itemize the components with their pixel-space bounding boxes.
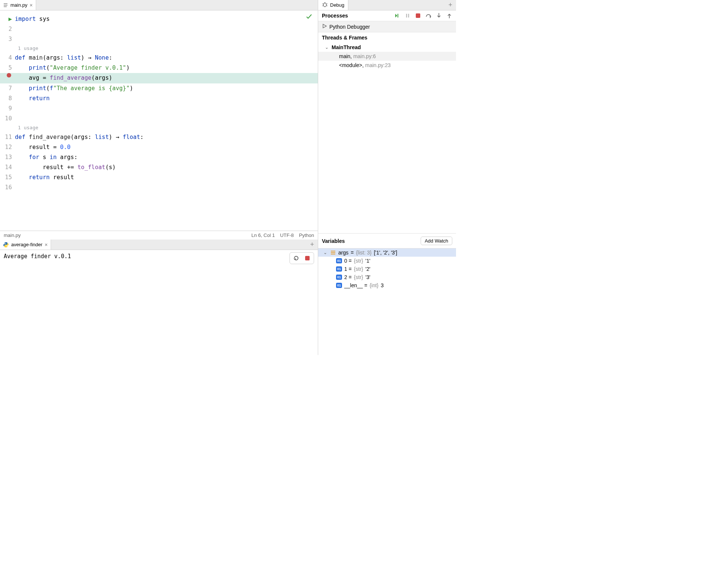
code-token: args: [57,154,77,161]
var-eq: = [351,250,354,256]
step-out-icon[interactable] [446,13,452,19]
svg-line-9 [326,4,327,4]
code-token: None [95,54,109,61]
svg-point-6 [323,3,326,7]
code-token: return [29,174,50,181]
usage-hint[interactable]: 1 usage [0,44,318,53]
code-token: to_float [77,164,105,171]
chevron-down-icon[interactable]: ⌄ [323,250,328,255]
file-icon [3,3,8,8]
var-value: '2' [365,266,370,272]
resume-icon[interactable] [394,13,400,19]
code-token: list [67,54,81,61]
svg-point-4 [7,246,7,247]
code-token: return [29,95,50,102]
code-token: : [140,134,143,140]
run-gutter-icon[interactable]: ▶ [0,14,15,24]
breakpoint-gutter[interactable] [0,73,15,77]
code-token: : [109,54,112,61]
var-row[interactable]: 01 __len__ = {int} 3 [318,281,456,289]
status-language[interactable]: Python [299,232,314,238]
run-tab-average-finder[interactable]: average-finder × [0,240,51,250]
console-line: Average finder v.0.1 [4,253,71,260]
checkmark-icon[interactable] [305,13,313,21]
breakpoint-icon [7,73,11,77]
add-run-tab-icon[interactable]: + [306,240,318,250]
status-encoding[interactable]: UTF-8 [280,232,294,238]
frame-label: <module>, [339,62,365,68]
code-editor[interactable]: ▶ import sys 2 3 1 usage 4 def main(args… [0,10,318,231]
var-type: {str} [354,274,363,280]
console-actions [289,252,314,264]
editor-tab-label: main.py [10,2,28,8]
line-number: 10 [0,114,15,124]
var-value: '3' [365,274,370,280]
step-over-icon[interactable] [425,13,431,19]
code-token: "The average is {avg}" [53,85,130,92]
status-filename: main.py [4,232,246,238]
code-token: main [25,54,43,61]
processes-title: Processes [322,13,348,19]
pause-icon[interactable] [405,13,411,19]
var-name: 2 = [344,274,352,280]
console-output[interactable]: Average finder v.0.1 [0,250,318,355]
stop-icon[interactable] [303,254,311,262]
var-row[interactable]: 01 2 = {str} '3' [318,273,456,281]
var-type: {list: 3} [356,250,371,256]
code-token: ( [46,64,50,71]
process-row[interactable]: Python Debugger [318,21,456,32]
run-tab-bar: average-finder × + [0,240,318,250]
line-number: 11 [0,132,15,142]
line-number: 15 [0,172,15,183]
code-token: result += [43,164,77,171]
svg-rect-13 [398,14,398,18]
code-token: def [15,54,25,61]
frame-row-selected[interactable]: main, main.py:6 [318,52,456,61]
thread-row[interactable]: ⌄ MainThread [318,43,456,52]
close-run-tab-icon[interactable]: × [45,242,48,248]
code-token: ( [46,85,50,92]
step-into-icon[interactable] [436,13,442,19]
str-icon: 01 [336,258,342,263]
svg-rect-5 [305,256,310,260]
str-icon: 01 [336,275,342,280]
line-number: 8 [0,94,15,104]
list-icon [330,250,336,255]
frame-row[interactable]: <module>, main.py:23 [318,61,456,70]
editor-tab-main-py[interactable]: main.py × [0,0,36,10]
status-bar: main.py Ln 6, Col 1 UTF-8 Python [0,231,318,240]
code-token: (args) [91,75,112,81]
var-row[interactable]: 01 0 = {str} '1' [318,257,456,265]
code-token: for [29,154,39,161]
line-number: 13 [0,152,15,162]
debug-tab-bar: Debug + [318,0,456,10]
line-number: 16 [0,183,15,193]
rerun-icon[interactable] [292,254,300,262]
add-watch-button[interactable]: Add Watch [421,237,452,245]
line-number: 4 [0,53,15,63]
status-position[interactable]: Ln 6, Col 1 [251,232,275,238]
var-name: args [338,250,348,256]
code-token: result [50,174,74,181]
var-row[interactable]: 01 1 = {str} '2' [318,265,456,273]
run-tab-label: average-finder [11,242,42,247]
var-value: 3 [381,282,384,288]
var-row-args[interactable]: ⌄ args = {list: 3} ['1', '2', '3'] [318,248,456,257]
line-number: 5 [0,63,15,73]
code-token: ) [109,134,116,140]
stop-debug-icon[interactable] [415,13,421,19]
var-name: 0 = [344,258,352,264]
frame-loc: main.py:6 [353,53,376,59]
svg-point-3 [5,243,5,243]
usage-hint[interactable]: 1 usage [0,124,318,132]
code-token: ) [130,85,133,92]
add-debug-tab-icon[interactable]: + [444,0,456,10]
code-token: avg = [29,75,50,81]
frame-label: main, [339,53,353,59]
chevron-down-icon[interactable]: ⌄ [325,45,330,50]
debug-tab[interactable]: Debug [318,0,348,10]
svg-line-11 [326,6,327,6]
debug-icon [322,1,328,9]
code-token: list [95,134,109,140]
close-tab-icon[interactable]: × [30,2,33,8]
